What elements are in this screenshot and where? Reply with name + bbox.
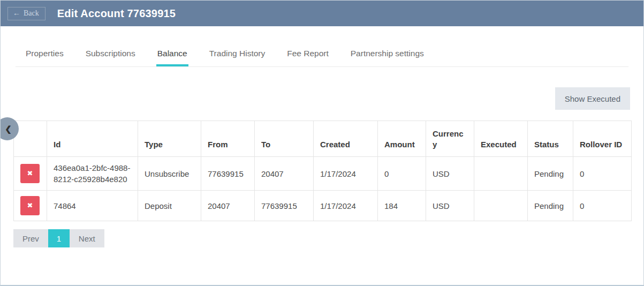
column-header-type: Type <box>138 121 201 157</box>
chevron-left-icon: ❮ <box>5 124 12 134</box>
cell-currency: USD <box>426 157 474 191</box>
pagination-next-button[interactable]: Next <box>70 229 104 247</box>
column-header-id: Id <box>47 121 138 157</box>
cell-delete: ✖ <box>14 157 47 191</box>
column-header-executed: Executed <box>474 121 528 157</box>
tab-fee-report[interactable]: Fee Report <box>286 41 330 66</box>
column-header-created: Created <box>314 121 378 157</box>
cell-amount: 184 <box>378 191 426 221</box>
cell-status: Pending <box>528 157 573 191</box>
cell-executed <box>474 157 528 191</box>
tab-properties[interactable]: Properties <box>25 41 65 66</box>
cell-currency: USD <box>426 191 474 221</box>
delete-row-button[interactable]: ✖ <box>20 164 40 183</box>
cell-executed <box>474 191 528 221</box>
cell-rollover-id: 0 <box>573 191 632 221</box>
column-header-amount: Amount <box>378 121 426 157</box>
edit-account-page: ← Back Edit Account 77639915 Properties … <box>0 0 644 286</box>
pagination-prev-button[interactable]: Prev <box>13 229 48 247</box>
column-header-currency: Currency <box>426 121 474 157</box>
header-bar: ← Back Edit Account 77639915 <box>1 1 643 26</box>
tab-subscriptions[interactable]: Subscriptions <box>85 41 137 66</box>
cell-to: 20407 <box>255 157 314 191</box>
show-executed-button[interactable]: Show Executed <box>555 87 630 110</box>
cell-to: 77639915 <box>255 191 314 221</box>
cell-id: 436ea0a1-2bfc-4988-8212-c25928b4e820 <box>47 157 138 191</box>
tab-partnership-settings[interactable]: Partnership settings <box>350 41 425 66</box>
balance-table: Id Type From To Created Amount Currency … <box>13 121 632 221</box>
table-row: ✖ 74864 Deposit 20407 77639915 1/17/2024… <box>14 191 632 221</box>
column-header-status: Status <box>528 121 573 157</box>
column-header-rollover-id: Rollover ID <box>573 121 632 157</box>
delete-x-icon: ✖ <box>27 169 33 177</box>
balance-table-area: Id Type From To Created Amount Currency … <box>13 121 630 221</box>
column-header-to: To <box>255 121 314 157</box>
pagination-page-1-button[interactable]: 1 <box>48 229 70 247</box>
tab-balance[interactable]: Balance <box>156 41 188 66</box>
tab-bar: Properties Subscriptions Balance Trading… <box>16 26 628 67</box>
cell-type: Deposit <box>138 191 201 221</box>
table-header-row: Id Type From To Created Amount Currency … <box>14 121 632 157</box>
cell-from: 77639915 <box>201 157 255 191</box>
back-button-label: Back <box>24 9 39 18</box>
cell-from: 20407 <box>201 191 255 221</box>
back-button[interactable]: ← Back <box>7 7 46 20</box>
cell-created: 1/17/2024 <box>314 157 378 191</box>
column-header-delete <box>14 121 47 157</box>
cell-created: 1/17/2024 <box>314 191 378 221</box>
page-title: Edit Account 77639915 <box>57 7 176 20</box>
delete-row-button[interactable]: ✖ <box>20 196 40 215</box>
cell-amount: 0 <box>378 157 426 191</box>
delete-x-icon: ✖ <box>27 201 33 209</box>
cell-delete: ✖ <box>14 191 47 221</box>
cell-rollover-id: 0 <box>573 157 632 191</box>
pagination: Prev 1 Next <box>13 229 643 247</box>
column-header-from: From <box>201 121 255 157</box>
tab-trading-history[interactable]: Trading History <box>208 41 267 66</box>
table-row: ✖ 436ea0a1-2bfc-4988-8212-c25928b4e820 U… <box>14 157 632 191</box>
cell-type: Unsubscribe <box>138 157 201 191</box>
back-arrow-icon: ← <box>13 10 20 17</box>
table-toolbar: Show Executed <box>13 87 630 110</box>
cell-status: Pending <box>528 191 573 221</box>
cell-id: 74864 <box>47 191 138 221</box>
